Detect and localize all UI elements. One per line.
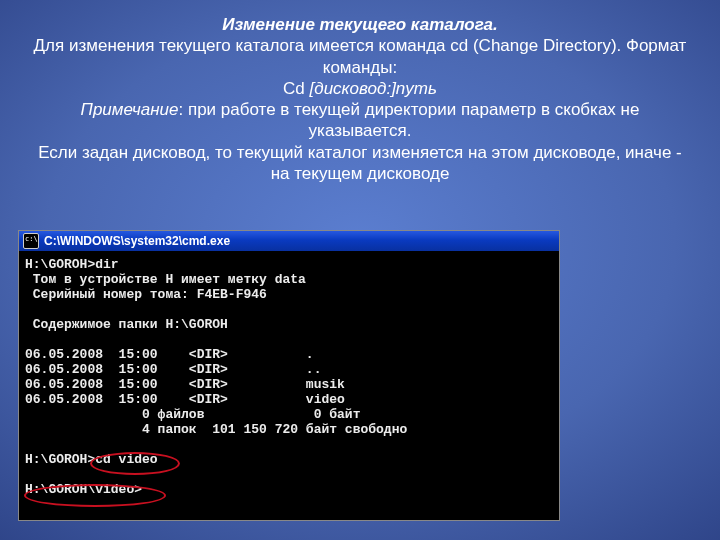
cd-argument: [дисковод:]путь <box>310 79 437 98</box>
slide-heading: Изменение текущего каталога. <box>222 15 497 34</box>
paragraph-1: Для изменения текущего каталога имеется … <box>34 36 687 76</box>
cmd-titlebar: C:\WINDOWS\system32\cmd.exe <box>19 231 559 251</box>
cmd-app-icon <box>23 233 39 249</box>
cmd-titlebar-text: C:\WINDOWS\system32\cmd.exe <box>44 234 230 248</box>
cd-command: Cd <box>283 79 309 98</box>
cmd-window: C:\WINDOWS\system32\cmd.exe H:\GOROH>dir… <box>18 230 560 521</box>
slide: Изменение текущего каталога. Для изменен… <box>0 0 720 540</box>
explanatory-text: Изменение текущего каталога. Для изменен… <box>0 0 720 192</box>
note-lead: Примечание <box>81 100 179 119</box>
paragraph-3: Если задан дисковод, то текущий каталог … <box>38 143 682 183</box>
cmd-terminal-output: H:\GOROH>dir Том в устройстве H имеет ме… <box>19 251 559 520</box>
note-rest: : при работе в текущей директории параме… <box>178 100 639 140</box>
